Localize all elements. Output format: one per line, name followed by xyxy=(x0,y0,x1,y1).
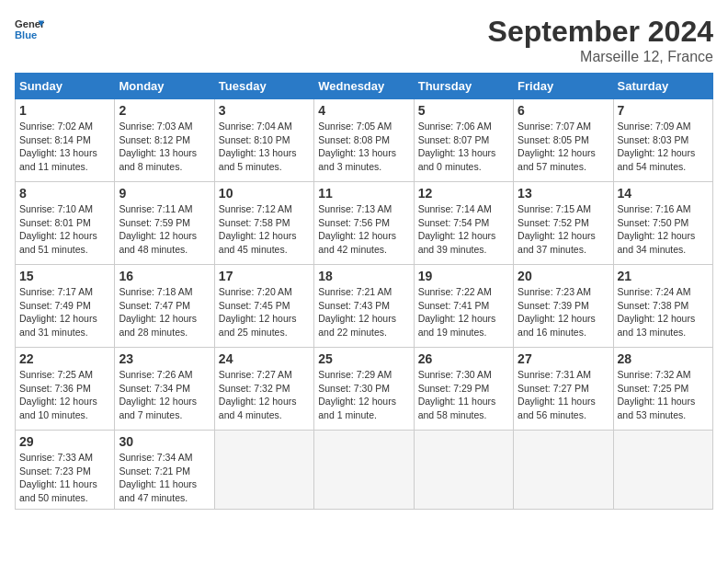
header-row: Sunday Monday Tuesday Wednesday Thursday… xyxy=(16,74,713,99)
day-number: 16 xyxy=(119,269,210,283)
day-info: Sunrise: 7:32 AM Sunset: 7:25 PM Dayligh… xyxy=(618,368,709,422)
day-info: Sunrise: 7:21 AM Sunset: 7:43 PM Dayligh… xyxy=(318,285,409,339)
day-number: 26 xyxy=(418,351,509,366)
calendar-day-cell: 8 Sunrise: 7:10 AM Sunset: 8:01 PM Dayli… xyxy=(16,182,115,265)
day-number: 14 xyxy=(618,186,709,201)
day-number: 11 xyxy=(318,186,409,201)
logo: General Blue xyxy=(15,15,44,44)
day-number: 2 xyxy=(119,103,210,118)
day-info: Sunrise: 7:10 AM Sunset: 8:01 PM Dayligh… xyxy=(19,202,110,257)
day-info: Sunrise: 7:33 AM Sunset: 7:23 PM Dayligh… xyxy=(19,451,110,505)
day-number: 6 xyxy=(518,103,609,118)
calendar-day-cell: 29 Sunrise: 7:33 AM Sunset: 7:23 PM Dayl… xyxy=(16,431,115,510)
col-thursday: Thursday xyxy=(414,74,513,99)
day-number: 30 xyxy=(119,434,210,449)
day-info: Sunrise: 7:30 AM Sunset: 7:29 PM Dayligh… xyxy=(418,368,509,422)
calendar-week-row: 1 Sunrise: 7:02 AM Sunset: 8:14 PM Dayli… xyxy=(16,99,713,182)
day-info: Sunrise: 7:25 AM Sunset: 7:36 PM Dayligh… xyxy=(19,368,110,422)
calendar-day-cell: 15 Sunrise: 7:17 AM Sunset: 7:49 PM Dayl… xyxy=(16,265,115,348)
day-info: Sunrise: 7:22 AM Sunset: 7:41 PM Dayligh… xyxy=(418,285,509,339)
day-info: Sunrise: 7:23 AM Sunset: 7:39 PM Dayligh… xyxy=(518,285,609,339)
day-number: 22 xyxy=(19,351,110,366)
month-title: September 2024 xyxy=(488,15,713,49)
day-info: Sunrise: 7:07 AM Sunset: 8:05 PM Dayligh… xyxy=(518,120,609,174)
day-number: 17 xyxy=(219,269,310,283)
day-number: 24 xyxy=(219,351,310,366)
calendar-day-cell: 30 Sunrise: 7:34 AM Sunset: 7:21 PM Dayl… xyxy=(115,431,214,510)
location-title: Marseille 12, France xyxy=(488,49,713,65)
day-number: 25 xyxy=(318,351,409,366)
calendar-table: Sunday Monday Tuesday Wednesday Thursday… xyxy=(15,73,713,510)
calendar-day-cell: 13 Sunrise: 7:15 AM Sunset: 7:52 PM Dayl… xyxy=(514,182,613,265)
calendar-day-cell xyxy=(314,431,414,510)
calendar-day-cell: 25 Sunrise: 7:29 AM Sunset: 7:30 PM Dayl… xyxy=(314,348,414,431)
day-number: 13 xyxy=(518,186,609,201)
day-number: 21 xyxy=(618,269,709,283)
col-sunday: Sunday xyxy=(16,74,115,99)
day-number: 18 xyxy=(318,269,409,283)
logo-icon: General Blue xyxy=(15,15,44,44)
day-info: Sunrise: 7:12 AM Sunset: 7:58 PM Dayligh… xyxy=(219,202,310,257)
day-info: Sunrise: 7:26 AM Sunset: 7:34 PM Dayligh… xyxy=(119,368,210,422)
day-number: 28 xyxy=(618,351,709,366)
calendar-day-cell: 11 Sunrise: 7:13 AM Sunset: 7:56 PM Dayl… xyxy=(314,182,414,265)
day-info: Sunrise: 7:17 AM Sunset: 7:49 PM Dayligh… xyxy=(19,285,110,339)
calendar-day-cell xyxy=(613,431,712,510)
calendar-day-cell: 23 Sunrise: 7:26 AM Sunset: 7:34 PM Dayl… xyxy=(115,348,214,431)
calendar-day-cell: 10 Sunrise: 7:12 AM Sunset: 7:58 PM Dayl… xyxy=(214,182,313,265)
calendar-day-cell: 14 Sunrise: 7:16 AM Sunset: 7:50 PM Dayl… xyxy=(613,182,712,265)
col-monday: Monday xyxy=(115,74,214,99)
day-number: 9 xyxy=(119,186,210,201)
calendar-day-cell: 21 Sunrise: 7:24 AM Sunset: 7:38 PM Dayl… xyxy=(613,265,712,348)
day-info: Sunrise: 7:15 AM Sunset: 7:52 PM Dayligh… xyxy=(518,202,609,257)
calendar-day-cell xyxy=(514,431,613,510)
calendar-day-cell: 16 Sunrise: 7:18 AM Sunset: 7:47 PM Dayl… xyxy=(115,265,214,348)
calendar-day-cell xyxy=(414,431,513,510)
day-info: Sunrise: 7:18 AM Sunset: 7:47 PM Dayligh… xyxy=(119,285,210,339)
calendar-day-cell: 3 Sunrise: 7:04 AM Sunset: 8:10 PM Dayli… xyxy=(214,99,313,182)
calendar-day-cell: 2 Sunrise: 7:03 AM Sunset: 8:12 PM Dayli… xyxy=(115,99,214,182)
calendar-day-cell: 22 Sunrise: 7:25 AM Sunset: 7:36 PM Dayl… xyxy=(16,348,115,431)
calendar-week-row: 29 Sunrise: 7:33 AM Sunset: 7:23 PM Dayl… xyxy=(16,431,713,510)
day-number: 7 xyxy=(618,103,709,118)
day-info: Sunrise: 7:24 AM Sunset: 7:38 PM Dayligh… xyxy=(618,285,709,339)
calendar-day-cell: 4 Sunrise: 7:05 AM Sunset: 8:08 PM Dayli… xyxy=(314,99,414,182)
title-area: September 2024 Marseille 12, France xyxy=(488,15,713,65)
day-info: Sunrise: 7:20 AM Sunset: 7:45 PM Dayligh… xyxy=(219,285,310,339)
calendar-day-cell: 24 Sunrise: 7:27 AM Sunset: 7:32 PM Dayl… xyxy=(214,348,313,431)
day-number: 3 xyxy=(219,103,310,118)
day-number: 19 xyxy=(418,269,509,283)
day-info: Sunrise: 7:02 AM Sunset: 8:14 PM Dayligh… xyxy=(19,120,110,174)
calendar-day-cell: 9 Sunrise: 7:11 AM Sunset: 7:59 PM Dayli… xyxy=(115,182,214,265)
day-info: Sunrise: 7:31 AM Sunset: 7:27 PM Dayligh… xyxy=(518,368,609,422)
day-info: Sunrise: 7:05 AM Sunset: 8:08 PM Dayligh… xyxy=(318,120,409,174)
day-number: 20 xyxy=(518,269,609,283)
day-info: Sunrise: 7:13 AM Sunset: 7:56 PM Dayligh… xyxy=(318,202,409,257)
day-number: 1 xyxy=(19,103,110,118)
day-info: Sunrise: 7:29 AM Sunset: 7:30 PM Dayligh… xyxy=(318,368,409,422)
day-number: 27 xyxy=(518,351,609,366)
calendar-day-cell: 27 Sunrise: 7:31 AM Sunset: 7:27 PM Dayl… xyxy=(514,348,613,431)
calendar-day-cell: 20 Sunrise: 7:23 AM Sunset: 7:39 PM Dayl… xyxy=(514,265,613,348)
svg-text:Blue: Blue xyxy=(15,29,37,40)
svg-text:General: General xyxy=(15,18,44,29)
day-number: 23 xyxy=(119,351,210,366)
day-number: 15 xyxy=(19,269,110,283)
calendar-day-cell: 17 Sunrise: 7:20 AM Sunset: 7:45 PM Dayl… xyxy=(214,265,313,348)
day-info: Sunrise: 7:04 AM Sunset: 8:10 PM Dayligh… xyxy=(219,120,310,174)
col-wednesday: Wednesday xyxy=(314,74,414,99)
day-info: Sunrise: 7:34 AM Sunset: 7:21 PM Dayligh… xyxy=(119,451,210,505)
calendar-week-row: 15 Sunrise: 7:17 AM Sunset: 7:49 PM Dayl… xyxy=(16,265,713,348)
calendar-day-cell: 1 Sunrise: 7:02 AM Sunset: 8:14 PM Dayli… xyxy=(16,99,115,182)
day-info: Sunrise: 7:03 AM Sunset: 8:12 PM Dayligh… xyxy=(119,120,210,174)
col-tuesday: Tuesday xyxy=(214,74,313,99)
day-info: Sunrise: 7:16 AM Sunset: 7:50 PM Dayligh… xyxy=(618,202,709,257)
day-info: Sunrise: 7:06 AM Sunset: 8:07 PM Dayligh… xyxy=(418,120,509,174)
day-info: Sunrise: 7:27 AM Sunset: 7:32 PM Dayligh… xyxy=(219,368,310,422)
day-number: 4 xyxy=(318,103,409,118)
header: General Blue September 2024 Marseille 12… xyxy=(15,15,713,65)
day-number: 12 xyxy=(418,186,509,201)
col-saturday: Saturday xyxy=(613,74,712,99)
col-friday: Friday xyxy=(514,74,613,99)
day-number: 10 xyxy=(219,186,310,201)
